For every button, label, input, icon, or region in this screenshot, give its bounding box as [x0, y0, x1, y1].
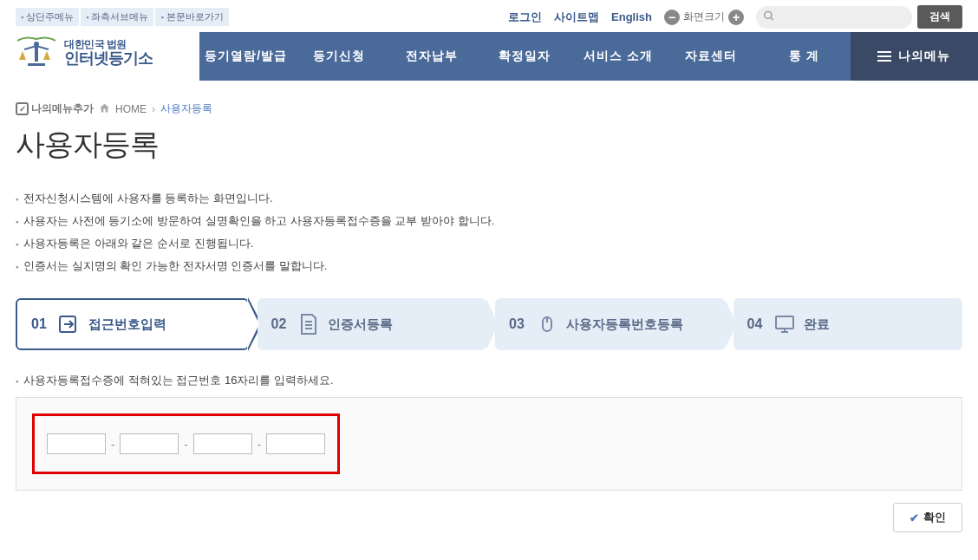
intro-item: 사용자등록은 아래와 같은 순서로 진행됩니다. [16, 232, 962, 255]
nav-item-data[interactable]: 자료센터 [664, 32, 757, 81]
mymenu-add-button[interactable]: ✓ 나의메뉴추가 [16, 101, 94, 116]
step-label: 사용자등록번호등록 [566, 316, 683, 333]
breadcrumb: ✓ 나의메뉴추가 HOME › 사용자등록 [16, 101, 962, 116]
instruction-text: 사용자등록접수증에 적혀있는 접근번호 16자리를 입력하세요. [16, 373, 962, 388]
search-icon [763, 10, 775, 24]
svg-rect-4 [28, 63, 45, 66]
input-panel: - - - [16, 397, 962, 491]
nav-item-epay[interactable]: 전자납부 [386, 32, 479, 81]
logo-emblem-icon [16, 32, 57, 74]
step-4: 04 완료 [734, 298, 963, 350]
dash-separator: - [258, 438, 261, 451]
access-number-4[interactable] [266, 433, 325, 454]
step-label: 완료 [804, 316, 830, 333]
access-number-2[interactable] [120, 433, 179, 454]
step-1: 01 접근번호입력 [16, 298, 249, 350]
nav-item-service[interactable]: 서비스 소개 [571, 32, 664, 81]
monitor-icon [773, 312, 797, 336]
hamburger-icon [877, 51, 891, 62]
home-icon[interactable] [99, 102, 110, 116]
confirm-label: 확인 [923, 510, 946, 525]
document-icon [297, 312, 321, 336]
step-3: 03 사용자등록번호등록 [495, 298, 725, 350]
step-number: 02 [271, 316, 287, 332]
intro-item: 인증서는 실지명의 확인 가능한 전자서명 인증서를 말합니다. [16, 255, 962, 277]
step-label: 인증서등록 [328, 316, 393, 333]
breadcrumb-separator-icon: › [152, 103, 155, 115]
svg-rect-11 [776, 316, 793, 329]
skip-link-topmenu[interactable]: 상단주메뉴 [16, 8, 79, 26]
step-2: 02 인증서등록 [258, 298, 487, 350]
login-link[interactable]: 로그인 [508, 10, 542, 25]
breadcrumb-current: 사용자등록 [160, 101, 212, 116]
step-indicator: 01 접근번호입력 02 인증서등록 03 사용자등록번호등록 04 [16, 298, 962, 350]
font-size-label: 화면크기 [683, 10, 725, 24]
nav-item-view[interactable]: 등기열람/발급 [199, 32, 292, 81]
page-title: 사용자등록 [16, 125, 962, 165]
skip-link-content[interactable]: 본문바로가기 [155, 8, 228, 26]
nav-item-mymenu[interactable]: 나의메뉴 [851, 32, 978, 81]
utility-links: 로그인 사이트맵 English − 화면크기 + 검색 [508, 5, 962, 29]
svg-line-1 [771, 17, 773, 20]
nav-item-stats[interactable]: 통 계 [758, 32, 851, 81]
nav-item-date[interactable]: 확정일자 [479, 32, 571, 81]
logo[interactable]: 대한민국 법원 인터넷등기소 [0, 32, 199, 81]
main-nav: 등기열람/발급 등기신청 전자납부 확정일자 서비스 소개 자료센터 통 계 나… [199, 32, 978, 81]
check-icon: ✓ [16, 102, 29, 115]
step-label: 접근번호입력 [88, 316, 166, 333]
step-number: 01 [31, 316, 47, 332]
access-number-3[interactable] [193, 433, 252, 454]
font-decrease-button[interactable]: − [664, 10, 680, 25]
step-number: 04 [747, 316, 763, 332]
logo-text-top: 대한민국 법원 [64, 39, 153, 50]
access-number-1[interactable] [47, 433, 106, 454]
font-size-control: − 화면크기 + [664, 10, 744, 25]
confirm-button[interactable]: ✔ 확인 [893, 503, 962, 532]
nav-mymenu-label: 나의메뉴 [898, 49, 950, 64]
intro-item: 사용자는 사전에 등기소에 방문하여 실명확인을 하고 사용자등록접수증을 교부… [16, 210, 962, 232]
search-input[interactable] [756, 6, 912, 29]
nav-item-apply[interactable]: 등기신청 [292, 32, 385, 81]
skip-links: 상단주메뉴 좌측서브메뉴 본문바로가기 [16, 8, 229, 26]
breadcrumb-home[interactable]: HOME [115, 103, 147, 115]
english-link[interactable]: English [611, 10, 652, 23]
logo-text-bottom: 인터넷등기소 [64, 50, 153, 68]
check-icon: ✔ [910, 511, 919, 524]
step-number: 03 [509, 316, 525, 332]
arrow-right-box-icon [57, 312, 82, 336]
search-button[interactable]: 검색 [917, 5, 962, 29]
mouse-icon [535, 312, 559, 336]
svg-point-0 [765, 11, 772, 18]
svg-rect-3 [35, 46, 38, 62]
dash-separator: - [184, 438, 187, 451]
skip-link-leftmenu[interactable]: 좌측서브메뉴 [81, 8, 153, 26]
intro-list: 전자신청시스템에 사용자를 등록하는 화면입니다. 사용자는 사전에 등기소에 … [16, 187, 962, 277]
font-increase-button[interactable]: + [728, 10, 744, 25]
access-number-group: - - - [32, 413, 340, 474]
sitemap-link[interactable]: 사이트맵 [554, 10, 599, 25]
search-box: 검색 [756, 5, 962, 29]
intro-item: 전자신청시스템에 사용자를 등록하는 화면입니다. [16, 187, 962, 210]
dash-separator: - [111, 438, 114, 451]
